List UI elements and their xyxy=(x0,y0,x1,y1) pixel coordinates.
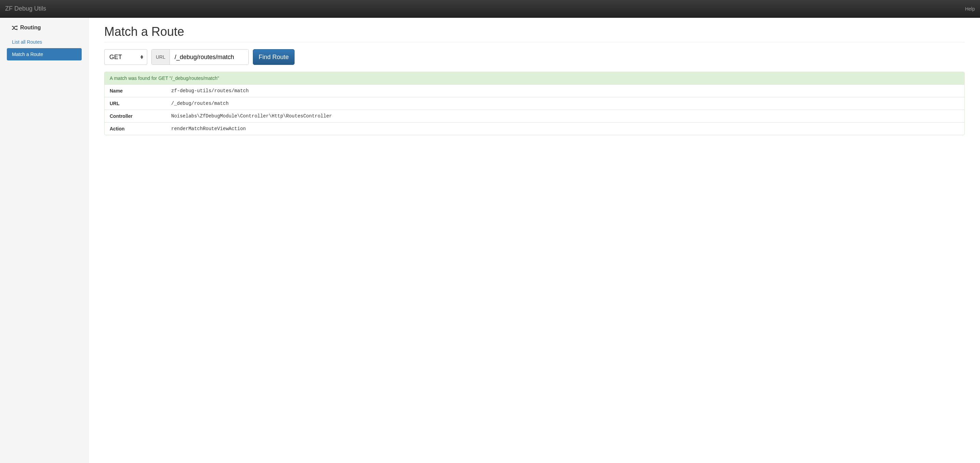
table-row: URL /_debug/routes/match xyxy=(105,97,964,110)
page-title: Match a Route xyxy=(104,25,965,39)
sidebar-heading: Routing xyxy=(7,25,82,31)
row-value: /_debug/routes/match xyxy=(166,97,964,110)
navbar: ZF Debug Utils Help xyxy=(0,0,980,18)
table-row: Name zf-debug-utils/routes/match xyxy=(105,85,964,97)
table-row: Action renderMatchRouteViewAction xyxy=(105,122,964,135)
sidebar-item-match-route[interactable]: Match a Route xyxy=(7,48,82,60)
method-select[interactable]: GET xyxy=(104,49,147,65)
result-table: Name zf-debug-utils/routes/match URL /_d… xyxy=(105,85,964,135)
table-row: Controller Noiselabs\ZfDebugModule\Contr… xyxy=(105,110,964,122)
sidebar: Routing List all Routes Match a Route xyxy=(0,18,89,463)
sidebar-item: Match a Route xyxy=(7,48,82,60)
url-input-group: URL xyxy=(151,49,249,65)
row-label: Name xyxy=(105,85,166,97)
row-value: Noiselabs\ZfDebugModule\Controller\Http\… xyxy=(166,110,964,122)
url-label: URL xyxy=(152,49,170,65)
sidebar-item: List all Routes xyxy=(7,36,82,48)
sidebar-nav: List all Routes Match a Route xyxy=(7,36,82,60)
page-header: Match a Route xyxy=(104,25,965,42)
shuffle-icon xyxy=(12,25,18,30)
result-message: A match was found for GET "/_debug/route… xyxy=(105,72,964,85)
row-value: zf-debug-utils/routes/match xyxy=(166,85,964,97)
row-label: URL xyxy=(105,97,166,110)
form-row: GET URL Find Route xyxy=(104,49,965,65)
result-panel: A match was found for GET "/_debug/route… xyxy=(104,72,965,135)
row-label: Controller xyxy=(105,110,166,122)
main-content: Match a Route GET URL Find Route A match… xyxy=(89,18,980,463)
sidebar-item-list-routes[interactable]: List all Routes xyxy=(7,36,82,48)
navbar-brand[interactable]: ZF Debug Utils xyxy=(5,5,46,12)
find-route-button[interactable]: Find Route xyxy=(253,49,294,65)
row-label: Action xyxy=(105,122,166,135)
navbar-help-link[interactable]: Help xyxy=(965,6,975,12)
container: Routing List all Routes Match a Route Ma… xyxy=(0,18,980,463)
url-input[interactable] xyxy=(170,49,248,65)
sidebar-heading-text: Routing xyxy=(20,25,41,31)
row-value: renderMatchRouteViewAction xyxy=(166,122,964,135)
method-select-wrapper: GET xyxy=(104,49,147,65)
